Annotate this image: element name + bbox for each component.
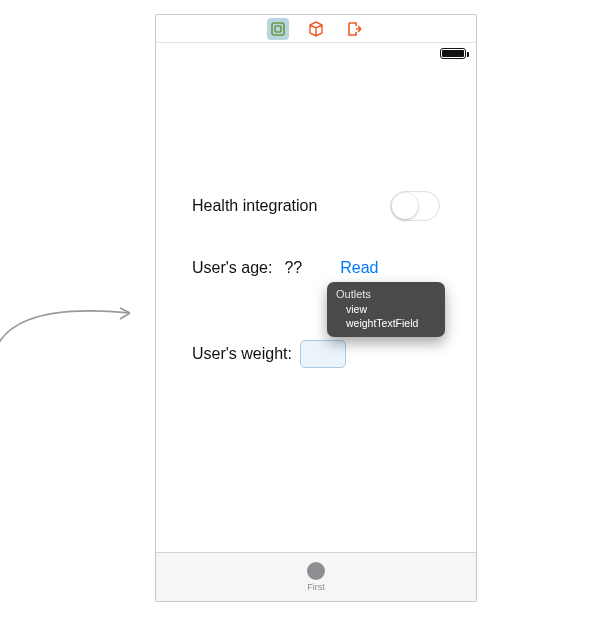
cube-icon[interactable]	[305, 18, 327, 40]
outlet-item-view[interactable]: view	[336, 302, 436, 316]
tab-item-first-icon[interactable]	[307, 562, 325, 580]
age-label: User's age:	[192, 259, 272, 277]
weight-textfield[interactable]	[300, 340, 346, 368]
health-switch[interactable]	[390, 191, 440, 221]
health-label: Health integration	[192, 197, 317, 215]
outlets-popover[interactable]: Outlets view weightTextField	[327, 282, 445, 337]
exit-icon[interactable]	[343, 18, 365, 40]
health-row: Health integration	[192, 191, 440, 221]
svg-rect-2	[275, 26, 281, 32]
svg-rect-1	[272, 23, 284, 35]
ib-toolbar	[156, 15, 476, 43]
tab-bar: First	[156, 552, 476, 601]
tab-item-first-label: First	[307, 582, 325, 592]
age-row: User's age: ?? Read	[192, 259, 440, 277]
connection-arrow	[0, 255, 150, 375]
weight-row: User's weight:	[192, 340, 440, 368]
layers-icon[interactable]	[267, 18, 289, 40]
age-value: ??	[284, 259, 302, 277]
read-button[interactable]: Read	[340, 259, 378, 277]
switch-knob	[392, 193, 418, 219]
popover-title: Outlets	[336, 287, 436, 302]
weight-label: User's weight:	[192, 345, 292, 363]
outlet-item-weight[interactable]: weightTextField	[336, 316, 436, 330]
